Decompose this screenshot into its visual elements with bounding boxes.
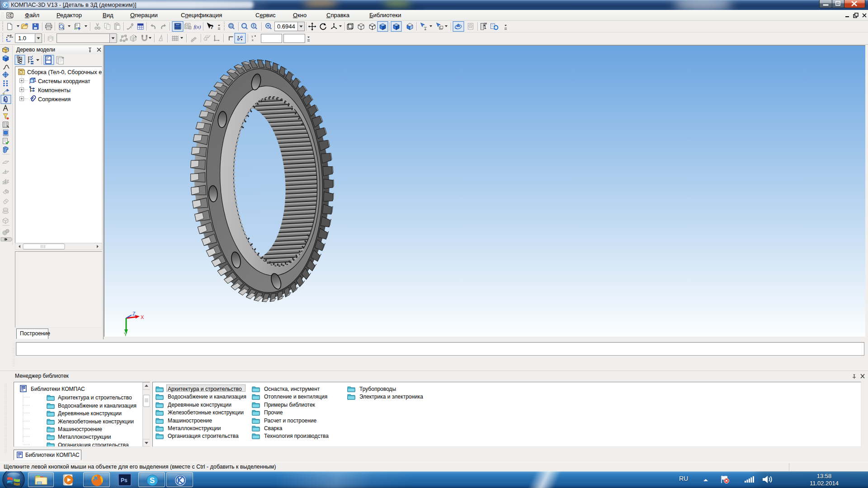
svg-text:?: ? [210,23,214,30]
svg-text:Ps: Ps [121,477,127,483]
svg-text:f(x): f(x) [194,24,201,30]
svg-text:X: X [141,314,144,320]
svg-text:1.0: 1.0 [18,35,26,42]
svg-text:Z: Z [132,311,136,316]
svg-text:S: S [150,476,155,485]
svg-text:Сборка (Тел-0, Сборочных е: Сборка (Тел-0, Сборочных е [27,69,102,75]
svg-text:Сопряжения: Сопряжения [38,96,71,103]
svg-text:Y: Y [124,332,127,337]
svg-text:Системы координат: Системы координат [38,78,90,84]
svg-text:Компоненты: Компоненты [38,87,71,94]
svg-text:0.6944: 0.6944 [277,23,295,30]
